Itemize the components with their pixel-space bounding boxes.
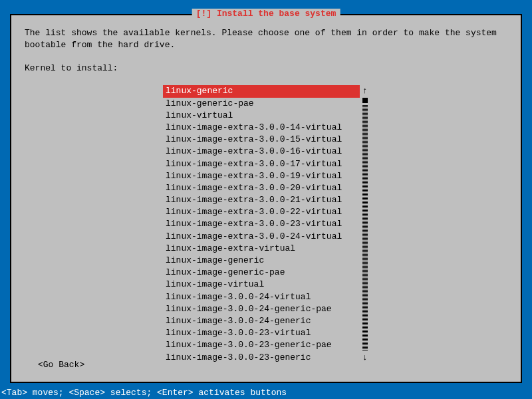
kernel-item[interactable]: linux-image-extra-3.0.0-14-virtual xyxy=(163,122,360,134)
go-back-button[interactable]: <Go Back> xyxy=(38,360,84,370)
kernel-item[interactable]: linux-generic-pae xyxy=(163,98,360,110)
scroll-track[interactable] xyxy=(362,104,368,350)
kernel-item[interactable]: linux-image-generic-pae xyxy=(163,267,360,279)
kernel-list[interactable]: linux-genericlinux-generic-paelinux-virt… xyxy=(163,85,360,363)
kernel-item[interactable]: linux-image-generic xyxy=(163,255,360,267)
kernel-list-container: linux-genericlinux-generic-paelinux-virt… xyxy=(163,85,369,363)
kernel-item[interactable]: linux-image-extra-3.0.0-24-virtual xyxy=(163,231,360,243)
kernel-item[interactable]: linux-image-virtual xyxy=(163,279,360,291)
kernel-item[interactable]: linux-image-extra-3.0.0-20-virtual xyxy=(163,182,360,194)
instruction-text: The list shows the available kernels. Pl… xyxy=(25,27,507,51)
scrollbar[interactable]: ↑ ↓ xyxy=(361,85,369,363)
kernel-item[interactable]: linux-image-3.0.0-23-generic xyxy=(163,352,360,364)
kernel-item[interactable]: linux-image-extra-3.0.0-19-virtual xyxy=(163,170,360,182)
kernel-item[interactable]: linux-image-3.0.0-23-generic-pae xyxy=(163,339,360,351)
kernel-item[interactable]: linux-image-3.0.0-24-generic xyxy=(163,315,360,327)
kernel-item[interactable]: linux-image-extra-3.0.0-21-virtual xyxy=(163,194,360,206)
scroll-down-icon[interactable]: ↓ xyxy=(362,352,368,364)
kernel-item[interactable]: linux-virtual xyxy=(163,110,360,122)
kernel-item[interactable]: linux-image-extra-3.0.0-22-virtual xyxy=(163,206,360,218)
kernel-item[interactable]: linux-image-3.0.0-23-virtual xyxy=(163,327,360,339)
kernel-item[interactable]: linux-image-3.0.0-24-virtual xyxy=(163,291,360,303)
kernel-item[interactable]: linux-image-extra-3.0.0-15-virtual xyxy=(163,134,360,146)
prompt-label: Kernel to install: xyxy=(25,63,507,73)
scroll-thumb[interactable] xyxy=(362,98,368,103)
dialog-content: The list shows the available kernels. Pl… xyxy=(11,15,521,376)
keyboard-hint: <Tab> moves; <Space> selects; <Enter> ac… xyxy=(1,388,287,398)
scroll-up-icon[interactable]: ↑ xyxy=(362,85,368,97)
kernel-item[interactable]: linux-image-extra-3.0.0-17-virtual xyxy=(163,158,360,170)
kernel-item[interactable]: linux-image-extra-3.0.0-23-virtual xyxy=(163,218,360,230)
dialog-title: [!] Install the base system xyxy=(192,9,340,19)
kernel-item[interactable]: linux-image-extra-virtual xyxy=(163,243,360,255)
installer-dialog: [!] Install the base system The list sho… xyxy=(10,14,522,383)
kernel-item[interactable]: linux-generic xyxy=(163,85,360,97)
kernel-item[interactable]: linux-image-3.0.0-24-generic-pae xyxy=(163,303,360,315)
kernel-item[interactable]: linux-image-extra-3.0.0-16-virtual xyxy=(163,146,360,158)
